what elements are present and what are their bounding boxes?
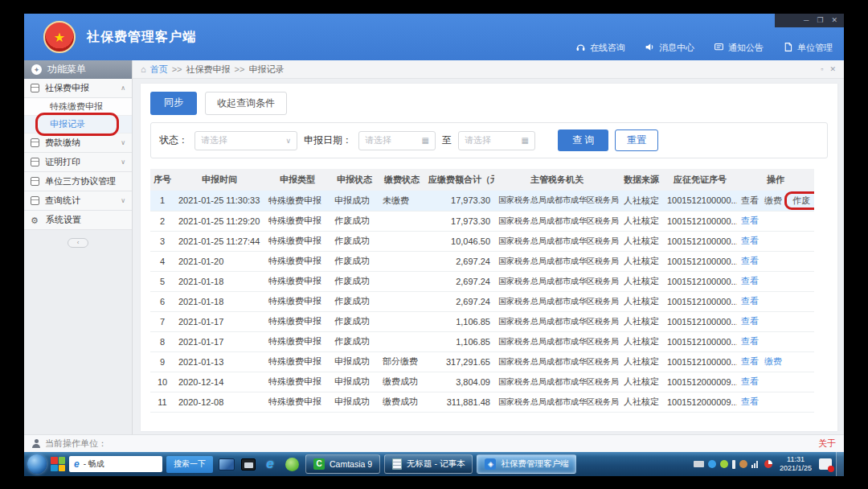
breadcrumb-module[interactable]: 社保费申报: [186, 64, 231, 76]
cell-declare-time: 2021-01-25 11:30:33: [174, 191, 264, 211]
taskbar-search-input[interactable]: e - 畅成: [69, 456, 162, 472]
sidebar-item-xitong-shezhi[interactable]: ⚙系统设置: [24, 211, 132, 230]
file-explorer-icon[interactable]: [239, 454, 258, 474]
op-link-作废[interactable]: 作废: [792, 195, 810, 205]
sidebar-subitem-teshu-jiaofei-shenbao[interactable]: 特殊缴费申报: [24, 98, 132, 116]
close-button[interactable]: ✕: [831, 17, 837, 24]
table-row[interactable]: 92021-01-13特殊缴费申报申报成功部分缴费317,291.65国家税务总…: [150, 351, 814, 372]
cell-declare-time: 2021-01-17: [174, 331, 264, 351]
cell-tax-office: 国家税务总局成都市成华区税务局: [494, 271, 620, 291]
op-link-查看[interactable]: 查看: [741, 296, 759, 306]
table-row[interactable]: 102020-12-14特殊缴费申报申报成功缴费成功3,804.09国家税务总局…: [150, 372, 814, 392]
op-link-查看[interactable]: 查看: [741, 316, 759, 326]
network-signal-icon[interactable]: [751, 461, 760, 468]
date-from-input[interactable]: 请选择 ▦: [358, 131, 436, 150]
slim-tray-icon[interactable]: [732, 460, 735, 469]
op-link-查看[interactable]: 查看: [741, 336, 759, 346]
sidebar-subitem-shenbao-jilu[interactable]: 申报记录: [24, 116, 132, 134]
sidebar-item-shebaofei-shenbao[interactable]: 社保费申报∧: [24, 79, 132, 98]
to-label: 至: [442, 134, 452, 147]
speaker-action[interactable]: 消息中心: [645, 42, 694, 54]
launcher-grid-icon[interactable]: [51, 457, 65, 471]
table-row[interactable]: 112020-12-08特殊缴费申报申报成功缴费成功311,881.48国家税务…: [150, 392, 814, 412]
cell-declare-time: 2021-01-20: [174, 251, 264, 271]
document-icon: [783, 42, 793, 54]
taskbar-button-shebao-app[interactable]: ◈社保费管理客户端: [477, 454, 576, 474]
search-button[interactable]: 查 询: [558, 129, 608, 151]
table-row[interactable]: 32021-01-25 11:27:44特殊缴费申报作废成功10,046.50国…: [150, 231, 814, 251]
pie-tray-icon[interactable]: [764, 460, 772, 468]
table-row[interactable]: 62021-01-18特殊缴费申报作废成功2,697.24国家税务总局成都市成华…: [150, 291, 814, 311]
green-app-icon[interactable]: [282, 454, 301, 474]
minimize-button[interactable]: ─: [804, 17, 809, 24]
window-controls: ─❐✕: [775, 14, 844, 27]
op-link-查看[interactable]: 查看: [741, 195, 759, 205]
column-header: 数据来源: [620, 169, 663, 191]
cell-data-source: 人社核定: [620, 231, 663, 251]
op-link-查看[interactable]: 查看: [741, 216, 759, 225]
headset-action[interactable]: 在线咨询: [575, 42, 625, 54]
op-link-查看[interactable]: 查看: [741, 356, 759, 366]
reset-button[interactable]: 重置: [615, 129, 658, 151]
calendar-icon: ▦: [417, 136, 429, 145]
op-link-查看[interactable]: 查看: [741, 276, 759, 286]
taskbar-button-camtasia[interactable]: CCamtasia 9: [305, 454, 380, 474]
close-tab-icon[interactable]: ✕: [829, 65, 836, 73]
column-header: 序号: [150, 169, 174, 191]
date-to-input[interactable]: 请选择 ▦: [458, 131, 535, 150]
collapse-query-button[interactable]: 收起查询条件: [205, 92, 287, 115]
table-row[interactable]: 12021-01-25 11:30:33特殊缴费申报申报成功未缴费17,973.…: [150, 191, 814, 211]
sidebar-item-feikuan-jiaona[interactable]: 费款缴纳∨: [24, 134, 132, 153]
pin-tab-icon[interactable]: ▫: [821, 65, 823, 73]
taskbar-button-notepad[interactable]: 无标题 - 记事本: [384, 454, 473, 474]
sync-button[interactable]: 同步: [150, 92, 197, 115]
cell-tax-office: 国家税务总局成都市成华区税务局: [494, 211, 620, 231]
orange-app-tray-icon[interactable]: [739, 460, 747, 468]
announcement-action[interactable]: 通知公告: [714, 42, 764, 54]
form-icon: [31, 84, 39, 92]
op-link-缴费[interactable]: 缴费: [764, 356, 782, 366]
op-link-查看[interactable]: 查看: [741, 236, 759, 245]
desktop-window-icon[interactable]: [217, 454, 236, 474]
blue-app-tray-icon[interactable]: [708, 460, 716, 468]
op-link-缴费[interactable]: 缴费: [764, 195, 782, 205]
ie-browser-icon[interactable]: e: [260, 454, 280, 474]
table-row[interactable]: 52021-01-18特殊缴费申报作废成功2,697.24国家税务总局成都市成华…: [150, 271, 814, 291]
sidebar-item-danwei-sanfang-xieyi-guanli[interactable]: 单位三方协议管理: [24, 172, 132, 191]
start-button[interactable]: [27, 454, 47, 474]
green-app-tray-icon[interactable]: [720, 460, 728, 468]
maximize-button[interactable]: ❐: [817, 17, 823, 24]
sidebar-collapse-button[interactable]: ‹: [68, 238, 88, 248]
cell-data-source: 人社核定: [620, 211, 663, 231]
camtasia-icon: C: [313, 458, 325, 470]
chevron-down-icon: ∨: [121, 158, 125, 166]
sidebar-item-chaxun-tongji[interactable]: 查询统计∨: [24, 191, 132, 211]
op-link-查看[interactable]: 查看: [741, 256, 759, 265]
show-desktop-button[interactable]: [836, 452, 844, 476]
table-row[interactable]: 42021-01-20特殊缴费申报作废成功2,697.24国家税务总局成都市成华…: [150, 251, 814, 271]
cell-no: 5: [150, 271, 174, 291]
cell-declare-status: 申报成功: [330, 351, 379, 372]
op-link-查看[interactable]: 查看: [741, 397, 759, 406]
table-row[interactable]: 72021-01-17特殊缴费申报作废成功1,106.85国家税务总局成都市成华…: [150, 311, 814, 331]
current-unit-label: 当前操作单位：: [45, 438, 107, 450]
sidebar-item-zhengming-dayin[interactable]: 证明打印∨: [24, 153, 132, 172]
ie-browser-icon: e: [266, 456, 273, 472]
table-row[interactable]: 82021-01-17特殊缴费申报作废成功1,106.85国家税务总局成都市成华…: [150, 331, 814, 351]
taskbar-search-button[interactable]: 搜索一下: [166, 456, 213, 473]
status-select[interactable]: 请选择 ∨: [194, 131, 297, 150]
taskbar-clock[interactable]: 11:31 2021/1/25: [776, 455, 815, 474]
keyboard-tray-icon[interactable]: [694, 461, 704, 467]
menu-icon: ✦: [31, 64, 42, 75]
about-link[interactable]: 关于: [818, 438, 836, 450]
breadcrumb-home[interactable]: 首页: [150, 64, 168, 76]
taskbar: e - 畅成 搜索一下 e CCamtasia 9无标题 - 记事本◈社保费管理…: [24, 452, 844, 476]
cell-declare-time: 2021-01-13: [174, 351, 264, 372]
column-header: 操作: [737, 169, 814, 191]
cell-pay-status: 部分缴费: [379, 351, 425, 372]
document-action[interactable]: 单位管理: [783, 42, 833, 54]
op-link-查看[interactable]: 查看: [741, 376, 759, 386]
table-row[interactable]: 22021-01-25 11:29:20特殊缴费申报作废成功17,973.30国…: [150, 211, 814, 231]
ime-tray-icon[interactable]: [819, 458, 832, 470]
cell-pay-status: 未缴费: [379, 191, 425, 211]
